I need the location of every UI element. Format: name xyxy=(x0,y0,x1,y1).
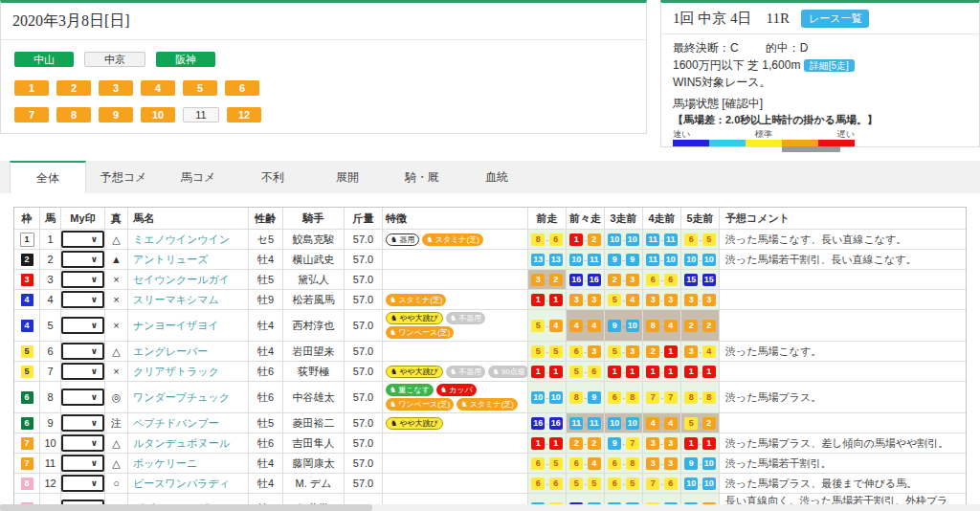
past-run-cell-3: 3-3 xyxy=(642,454,680,473)
my-mark-select[interactable]: ∨ xyxy=(61,251,104,268)
my-mark-select[interactable]: ∨ xyxy=(61,343,104,360)
jockey-name: 松若風馬 xyxy=(282,290,344,309)
race-button-2[interactable]: 2 xyxy=(56,80,91,96)
run-dash: - xyxy=(546,459,548,468)
run-position-chip: 4 xyxy=(702,345,716,358)
run-dash: - xyxy=(660,322,663,330)
my-mark-select[interactable]: ∨ xyxy=(61,475,104,492)
run-position-chip: 5 xyxy=(531,320,545,332)
horse-name-link[interactable]: ナンヨーイザヨイ xyxy=(133,319,219,333)
horse-name-link[interactable]: ルタンデュボヌール xyxy=(133,436,230,451)
run-position-chip: 10 xyxy=(626,233,639,246)
race-button-7[interactable]: 7 xyxy=(14,107,49,122)
prediction-comment: 渋った馬場若干割引。 xyxy=(719,454,966,473)
horse-name-link[interactable]: セイウンクールガイ xyxy=(133,273,230,287)
run-dash: - xyxy=(622,347,625,356)
horse-name-link[interactable]: ボッケリーニ xyxy=(133,456,197,471)
prediction-comment: 渋った馬場こなす。 xyxy=(719,342,966,361)
horse-name-link[interactable]: ペプチドバンブー xyxy=(133,416,219,431)
run-position-chip: 4 xyxy=(569,320,583,332)
run-dash: - xyxy=(622,296,625,304)
horse-number: 1 xyxy=(39,230,60,249)
race-button-12[interactable]: 12 xyxy=(227,107,261,122)
my-mark-select[interactable]: ∨ xyxy=(61,271,104,288)
tab-馬コメ[interactable]: 馬コメ xyxy=(161,161,235,193)
horse-name-cell: ビースワンパラディ xyxy=(127,474,248,493)
horse-name-link[interactable]: エングレーバー xyxy=(133,344,208,359)
race-button-9[interactable]: 9 xyxy=(99,107,133,122)
tab-全体[interactable]: 全体 xyxy=(10,161,86,193)
tab-展開[interactable]: 展開 xyxy=(310,161,385,193)
run-dash: - xyxy=(699,256,702,264)
past-run-cell-3: 11-10 xyxy=(642,250,680,269)
race-button-3[interactable]: 3 xyxy=(99,80,133,96)
horse-number: 8 xyxy=(39,382,60,412)
scrollbar-thumb[interactable] xyxy=(0,504,372,511)
race-button-4[interactable]: 4 xyxy=(141,80,175,96)
past-run-cell-1: 5-6 xyxy=(566,362,604,381)
race-button-5[interactable]: 5 xyxy=(183,80,217,96)
race-button-10[interactable]: 10 xyxy=(141,107,175,122)
tab-不利[interactable]: 不利 xyxy=(235,161,310,193)
run-dash: - xyxy=(660,439,663,448)
frame-number: 4 xyxy=(21,320,33,332)
track-button-中山[interactable]: 中山 xyxy=(14,52,74,67)
past-run-cell-4: 10-10 xyxy=(680,474,719,493)
horse-name-cell: クリアザトラック xyxy=(127,362,248,381)
race-button-11[interactable]: 11 xyxy=(183,107,219,122)
frame-number: 4 xyxy=(21,294,33,306)
tab-騎・厩[interactable]: 騎・厩 xyxy=(385,161,459,193)
table-row: 57∨×クリアザトラック牡6荻野極57.0♞ やや大跳び♞ 不器用♞ 90点級1… xyxy=(14,361,966,381)
carried-weight: 57.0 xyxy=(344,433,382,453)
my-mark-select[interactable]: ∨ xyxy=(61,291,104,308)
traits-cell xyxy=(382,454,527,473)
run-position-chip: 6 xyxy=(588,366,601,378)
race-button-1[interactable]: 1 xyxy=(14,80,49,96)
horse-name-link[interactable]: ビースワンパラディ xyxy=(133,477,230,491)
run-position-chip: 11 xyxy=(646,233,659,246)
race-button-6[interactable]: 6 xyxy=(225,80,259,96)
race-list-button[interactable]: レース一覧 xyxy=(801,10,870,28)
tab-血統[interactable]: 血統 xyxy=(459,161,534,193)
column-header-11: 3走前 xyxy=(604,208,642,229)
column-header-0: 枠 xyxy=(14,208,39,229)
my-mark-select[interactable]: ∨ xyxy=(61,455,104,472)
my-mark-select[interactable]: ∨ xyxy=(61,363,104,380)
run-position-chip: 3 xyxy=(664,437,678,450)
horse-name-link[interactable]: クリアザトラック xyxy=(133,365,219,379)
my-mark-select[interactable]: ∨ xyxy=(61,317,104,334)
frame-number: 1 xyxy=(20,233,34,247)
tab-予想コメ[interactable]: 予想コメ xyxy=(86,161,161,193)
trait-badge-line: ♞ ワンペース(芝)♞ スタミナ(芝) xyxy=(386,398,518,411)
condition-scale-marker xyxy=(782,146,840,152)
run-position-chip: 3 xyxy=(702,294,716,306)
horse-name-link[interactable]: アントリューズ xyxy=(133,253,209,267)
sex-age: 牡9 xyxy=(248,290,282,309)
trait-badge: ♞ 不器用 xyxy=(446,312,485,324)
horse-name-link[interactable]: ミエノウインウイン xyxy=(133,233,230,247)
horizontal-scrollbar[interactable] xyxy=(0,504,980,511)
past-run-cell-1: 1-2 xyxy=(566,230,604,249)
run-position-chip: 4 xyxy=(646,417,659,430)
column-header-3: 真 xyxy=(104,208,127,229)
run-position-chip: 10 xyxy=(569,254,583,266)
trait-badge: ♞ 不器用 xyxy=(446,366,485,378)
horse-name-link[interactable]: スリーマキシマム xyxy=(133,293,219,307)
my-mark-select[interactable]: ∨ xyxy=(61,414,104,432)
track-button-阪神[interactable]: 阪神 xyxy=(156,52,215,67)
sex-age: 牡4 xyxy=(248,250,282,269)
trait-badge: ♞ スタミナ(芝) xyxy=(422,233,482,246)
run-dash: - xyxy=(660,296,663,304)
prediction-mark: × xyxy=(104,362,127,381)
my-mark-select[interactable]: ∨ xyxy=(61,231,104,248)
race-button-8[interactable]: 8 xyxy=(56,107,91,122)
details-button[interactable]: 詳細[5走] xyxy=(804,59,855,72)
trait-badge: ♞ やや大跳び xyxy=(386,312,443,324)
my-mark-select[interactable]: ∨ xyxy=(61,389,104,406)
my-mark-select[interactable]: ∨ xyxy=(61,434,104,452)
horse-name-link[interactable]: ワンダーブチュック xyxy=(133,390,230,405)
track-button-中京[interactable]: 中京 xyxy=(84,52,145,67)
prediction-mark: △ xyxy=(104,433,127,453)
table-row: 711∨△ボッケリーニ牡4藤岡康太57.06-56-46-83-39-10渋った… xyxy=(14,453,966,473)
frame-number: 5 xyxy=(21,345,33,358)
